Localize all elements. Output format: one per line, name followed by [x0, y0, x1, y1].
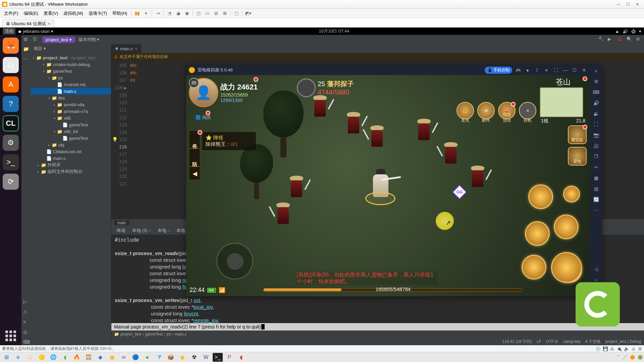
vm-device-cd-icon[interactable]: 💿 [595, 346, 601, 351]
skill-swap-button[interactable] [563, 186, 580, 202]
crumb-3[interactable]: main.c [175, 332, 186, 337]
vm-device-printer-icon[interactable]: 🖨 [631, 346, 636, 351]
dock-clion[interactable]: CL [3, 115, 19, 131]
vmware-maximize-button[interactable]: ☐ [623, 1, 633, 8]
enemy-npc[interactable] [441, 142, 461, 166]
clion-build-icon[interactable]: 🔨 [598, 37, 604, 43]
tree-folder[interactable]: ▸📁外部库 [31, 162, 111, 168]
side-more-icon[interactable]: ⋯ [592, 206, 600, 214]
tree-folder[interactable]: ▾📁x86 [31, 115, 111, 121]
enemy-npc[interactable] [367, 125, 387, 149]
tb-word[interactable]: W [201, 353, 211, 362]
dock-firefox[interactable]: 🦊 [3, 38, 19, 54]
player-character[interactable] [367, 169, 394, 202]
tree-file[interactable]: 📄main.c [31, 88, 111, 95]
skill-4-button[interactable] [528, 184, 553, 209]
hud-target-panel[interactable]: 25 藩邦探子 4744/5880 [297, 78, 354, 97]
tb-camtasia[interactable]: ◖ [60, 353, 70, 362]
vm-snapshot2-icon[interactable]: ◕ [175, 10, 181, 17]
tree-folder[interactable]: ▾📁gameTest [31, 68, 111, 74]
system-menu-icon[interactable]: ▾ [639, 29, 641, 34]
dock-help[interactable]: ? [3, 96, 19, 112]
tb-cmd[interactable]: >_ [213, 353, 223, 362]
vm-manage-icon[interactable]: ◉ [183, 10, 190, 17]
left-tool-todo-icon[interactable]: ≡ [23, 319, 29, 325]
network-icon[interactable]: ▲ [615, 29, 619, 34]
side-fullscreen-icon[interactable]: ⛶ [592, 121, 600, 128]
left-tool-problems-icon[interactable]: ⚠ [23, 309, 29, 315]
side-volume-up-icon[interactable]: 🔊 [592, 99, 600, 107]
dock-show-apps[interactable] [5, 330, 16, 341]
ubuntu-app-indicator[interactable]: ◆ jetbrains-clion ▾ [18, 29, 53, 34]
vm-device-net-icon[interactable]: 🖧 [610, 346, 614, 351]
hud-tab-collapse[interactable]: ◀ [189, 167, 200, 180]
left-tool-terminal-icon[interactable]: ⌨ [23, 339, 29, 345]
vm-layout3-icon[interactable]: ⊞ [213, 10, 219, 17]
rowbtn-mail[interactable]: ✉邮件 [477, 102, 495, 119]
tb-calculator[interactable]: 🧮 [84, 353, 94, 362]
clion-tool-menu-icon[interactable]: ☰ [33, 37, 39, 43]
emulator-notify-icon[interactable]: ⤴ [534, 68, 540, 73]
hud-ally-icon[interactable]: 🟦 同庆 [196, 115, 211, 121]
enemy-npc[interactable] [310, 95, 330, 119]
enemy-npc[interactable] [273, 202, 293, 227]
menu-help[interactable]: 帮助(H) [110, 9, 130, 18]
status-configuration[interactable]: project_test | Debug [605, 339, 641, 344]
tb-app-radiation[interactable]: ☢ [189, 353, 199, 362]
vm-unity-icon[interactable]: ◩▾ [245, 10, 252, 17]
tree-folder[interactable]: ▸📁armeabi-v7a [31, 108, 111, 115]
clion-project-selector[interactable]: project_test ▾ [42, 37, 75, 43]
tb-edge[interactable]: e [13, 353, 23, 362]
hud-exp-bar[interactable]: 165855/548784 [263, 288, 523, 294]
tree-folder[interactable]: ▾📁x86_64 [31, 128, 111, 135]
enemy-npc[interactable] [287, 176, 306, 200]
tb-camtasia2[interactable]: ◖ [236, 353, 246, 362]
player-portrait[interactable]: 👤 35 [189, 78, 218, 107]
tb-chrome2[interactable]: 🔵 [130, 353, 141, 362]
hud-quest-panel[interactable]: ⭐ 降怪 除掉熊王：0/1 [202, 132, 256, 150]
tb-potplayer[interactable]: 🔥 [72, 353, 82, 362]
tray-expand-icon[interactable]: ˄ [618, 355, 620, 360]
minimap-image[interactable] [540, 87, 583, 117]
skill-2-button[interactable] [525, 221, 550, 246]
rowbtn-auto-fight[interactable]: ✕挂机 [519, 102, 536, 119]
dock-files[interactable]: 🗂 [3, 57, 19, 73]
vm-send-icon[interactable]: ⇥ [154, 10, 161, 17]
tb-app-yellow2[interactable]: ◉ [177, 353, 187, 362]
emulator-minimize-icon[interactable]: — [562, 68, 569, 73]
left-tool-run-icon[interactable]: ▷ [23, 299, 29, 305]
vm-device-sound-icon[interactable]: 🔈 [624, 346, 629, 351]
vm-snapshot-icon[interactable]: ◔ [166, 10, 173, 17]
tb-virtualbox[interactable]: 📦 [166, 353, 176, 362]
left-tool-structure-icon[interactable]: ⋯ [23, 56, 29, 62]
tree-folder[interactable]: ▾📁libs [31, 95, 111, 101]
emulator-maximize-icon[interactable]: ☐ [571, 68, 578, 73]
status-caret-pos[interactable]: 116:42 (18 字符) [502, 339, 532, 345]
hud-tab-team[interactable]: 组队 [189, 148, 200, 167]
side-keyboard-icon[interactable]: ⌨ [592, 88, 600, 96]
camtasia-overlay-icon[interactable] [576, 282, 620, 326]
minimap-line[interactable]: 1线 [541, 118, 548, 124]
menu-vm[interactable]: 虚拟机(M) [61, 9, 86, 18]
vm-layout1-icon[interactable]: ◫ [195, 10, 202, 17]
dock-settings[interactable]: ⚙ [3, 135, 19, 151]
vm-layout4-icon[interactable]: ⊠ [221, 10, 228, 17]
tray-clearmem-icon[interactable]: 🧹 [622, 355, 627, 360]
tb-chrome[interactable]: 🟡 [37, 353, 47, 362]
skill-attack-button[interactable] [551, 252, 582, 283]
virtual-joystick[interactable] [216, 243, 253, 280]
emulator-menu-icon[interactable]: ≡ [543, 68, 550, 73]
tree-file[interactable]: 📄gameTest [31, 121, 111, 128]
clion-debug-icon[interactable]: 🐞 [617, 37, 623, 43]
system-tray[interactable]: ˄ 🧹 🟠 🟢 [618, 355, 643, 360]
emulator-record-icon[interactable]: ● [524, 68, 531, 73]
ubuntu-clock[interactable]: 10月10日 07:44 [53, 28, 615, 34]
vm-tab-close-icon[interactable]: ✕ [47, 21, 51, 26]
side-multi-icon[interactable]: ❐ [592, 153, 600, 160]
terminal-tab[interactable]: 终端 [114, 227, 128, 234]
tb-powerpoint[interactable]: P [224, 353, 234, 362]
rowbtn-activities[interactable]: 🎪玩法 活动 [498, 102, 516, 119]
tray-shengma-icon[interactable]: 🟠 [630, 355, 635, 360]
clion-run-icon[interactable]: ▶ [608, 37, 614, 43]
editor-tab-main-c[interactable]: main.c × [111, 44, 142, 53]
